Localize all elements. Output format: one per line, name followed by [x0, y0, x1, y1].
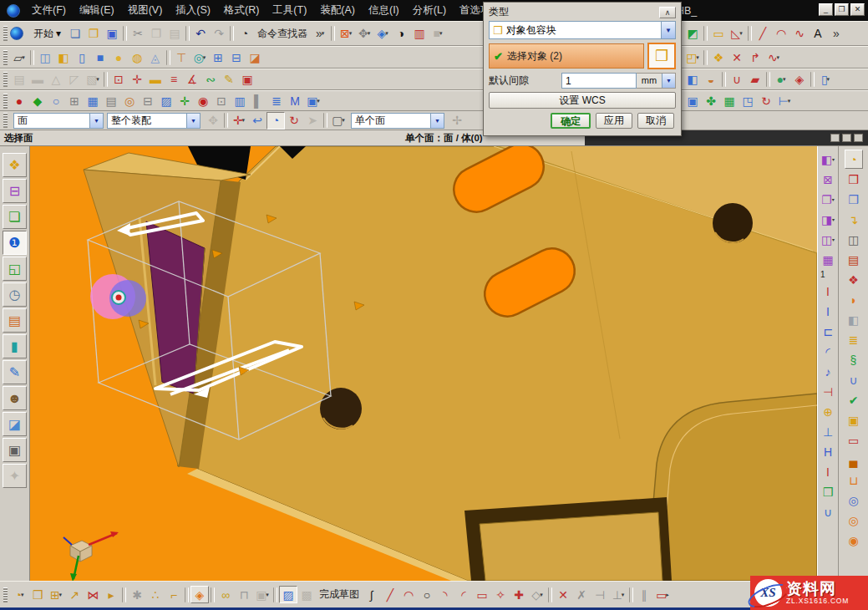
table-icon[interactable]: ▥	[231, 92, 249, 109]
menu-view[interactable]: 视图(V)	[121, 1, 170, 20]
angle-radius-icon[interactable]: ∡	[183, 71, 201, 89]
tab-extra[interactable]: ✦	[3, 464, 27, 488]
wrapped-box-icon[interactable]: ❒	[845, 190, 863, 209]
quick-trim-icon[interactable]: ✕	[554, 586, 572, 603]
drag-handle[interactable]	[3, 94, 8, 109]
isometric-view-icon[interactable]: ◈▾	[373, 25, 392, 43]
detail-filter-select[interactable]: 单个面 ▼	[351, 113, 444, 129]
dim-blue-icon[interactable]: I	[819, 302, 837, 321]
snap-gear-icon[interactable]: ✥	[204, 112, 222, 130]
sheet-red-icon[interactable]: ◈	[790, 71, 809, 89]
dropdown-arrow-icon[interactable]: ▼	[661, 22, 675, 38]
menu-information[interactable]: 信息(I)	[362, 1, 406, 20]
clamp-icon[interactable]: ⊣	[819, 382, 837, 401]
close-window-icon[interactable]: ⊠▾	[337, 25, 355, 43]
unite-icon[interactable]: ⊞	[209, 48, 227, 66]
profile-icon[interactable]: ∫	[363, 586, 381, 603]
box-dot-icon[interactable]: ⊡	[212, 92, 231, 109]
type-filter-select[interactable]: 面 ▼	[13, 113, 104, 129]
link-dim-icon[interactable]: ⊢▾	[775, 92, 794, 109]
sheet-metal-icon[interactable]: ◰▾	[683, 48, 702, 66]
tab-visualization[interactable]: ✎	[3, 360, 27, 384]
note-icon[interactable]: ♪	[819, 362, 837, 381]
orange-sheet-icon[interactable]: ◗	[845, 290, 863, 309]
save-icon[interactable]: ▣	[103, 25, 121, 43]
grid-icon[interactable]: ⊞	[65, 92, 84, 109]
apply-button[interactable]: 应用	[596, 113, 632, 129]
plane-grid-icon[interactable]: ▦	[84, 92, 102, 109]
constraints-icon[interactable]: ⊥▾	[609, 586, 627, 603]
coins-icon[interactable]: ≣	[845, 330, 863, 349]
finish-box-icon[interactable]: ▭▸	[653, 586, 672, 603]
add-component-icon[interactable]: ⊞▾	[47, 586, 65, 603]
ruled-surface-icon[interactable]: ∪	[728, 71, 746, 89]
cylinder-orange-icon[interactable]: ◎	[845, 511, 863, 530]
triangle-gray-icon[interactable]: △	[47, 71, 65, 89]
mirror-assembly-icon[interactable]: ⋈	[84, 586, 102, 603]
lock-icon[interactable]: ⊓	[235, 586, 253, 603]
point-icon[interactable]: ●	[10, 92, 28, 109]
gift-box-icon[interactable]: ❒	[819, 482, 837, 501]
key-feature-icon[interactable]: ❖	[709, 48, 728, 66]
gap-unit-select[interactable]: mm ▼	[637, 73, 676, 89]
drag-handle[interactable]	[3, 26, 8, 41]
u-tray-icon[interactable]: ⊔	[845, 470, 863, 490]
dim-green-icon[interactable]: ∾	[201, 71, 220, 89]
yellow-box-icon[interactable]: ▣	[845, 410, 863, 430]
hatch-icon[interactable]: ▨	[157, 92, 175, 109]
menu-assemblies[interactable]: 装配(A)	[313, 1, 362, 20]
dock-square-icon[interactable]	[842, 134, 851, 142]
ok-button[interactable]: 确定	[551, 113, 591, 129]
offset-region-icon[interactable]: ◨▾	[819, 210, 837, 229]
pattern-face-icon[interactable]: ▦	[819, 250, 837, 269]
dropdown-arrow-icon[interactable]: ▼	[430, 114, 444, 128]
trim-curve-icon[interactable]: ✕	[728, 48, 746, 66]
scope-select[interactable]: 整个装配 ▼	[107, 113, 201, 129]
type-select[interactable]: ❒ 对象包容块 ▼	[489, 21, 676, 39]
dash-box-icon[interactable]: ▭	[845, 430, 863, 450]
offset-curve-icon[interactable]: ◇▾	[528, 586, 546, 603]
smooth-spline-icon[interactable]: ∿▾	[764, 48, 783, 66]
resize-face-icon[interactable]: ◫▾	[819, 230, 837, 249]
inset-floor[interactable]	[480, 512, 662, 581]
collapse-section-button[interactable]: ∧	[659, 7, 676, 18]
ring-icon[interactable]: ◎	[120, 92, 139, 109]
command-finder-icon[interactable]: ◔	[236, 25, 254, 43]
move-component-icon[interactable]: ↗	[65, 586, 84, 603]
chain-link-icon[interactable]: ∞	[216, 586, 235, 603]
fillet-icon[interactable]: ◝	[436, 586, 454, 603]
thicken-icon[interactable]: ▯▾	[816, 71, 835, 89]
menu-file[interactable]: 文件(F)	[25, 1, 73, 20]
arrow-gray-icon[interactable]: ➤	[303, 112, 322, 130]
select-objects-row[interactable]: ✔ 选择对象 (2)	[489, 43, 644, 69]
cell-icon[interactable]: ▣▾	[304, 92, 322, 109]
add-snap-icon[interactable]: ✛▾	[230, 112, 248, 130]
find-component-icon[interactable]: ◔▾	[10, 586, 28, 603]
gap-value-input[interactable]: 1	[561, 73, 637, 89]
section-view-icon[interactable]: ▥	[410, 25, 429, 43]
subtract-icon[interactable]: ⊟	[227, 48, 246, 66]
pillar-icon[interactable]: ⊥	[819, 422, 837, 441]
minimize-button[interactable]: _	[819, 3, 833, 16]
dock-square-icon[interactable]	[830, 134, 840, 142]
ball-joint-icon[interactable]: ◉	[845, 531, 863, 550]
block-icon[interactable]: ■	[91, 48, 109, 66]
minus-grid-icon[interactable]: ⊟	[139, 92, 157, 109]
cancel-button[interactable]: 取消	[637, 113, 674, 129]
start-button[interactable]: 开始 ▾	[28, 25, 66, 43]
joint-icon[interactable]: ⌐	[165, 586, 183, 603]
torus-icon[interactable]: ◍	[128, 48, 146, 66]
tab-history-page[interactable]: ◱	[3, 257, 27, 281]
copy-icon[interactable]: ❐	[147, 25, 165, 43]
marquee-select-icon[interactable]: ▢▾	[329, 112, 348, 130]
transition-surface-icon[interactable]: ◒	[702, 71, 720, 89]
key-plant-icon[interactable]: §	[845, 350, 863, 369]
m-sheet-icon[interactable]: ∪	[845, 370, 863, 389]
menu-insert[interactable]: 插入(S)	[169, 1, 217, 20]
rotate-snap-icon[interactable]: ↻	[285, 112, 303, 130]
revolve-icon[interactable]: ◬	[146, 48, 165, 66]
sequence-icon[interactable]: ▸	[102, 586, 120, 603]
point-plus-icon[interactable]: ✚	[510, 586, 528, 603]
set-wcs-button[interactable]: 设置 WCS	[489, 92, 676, 109]
finish-sketch-label[interactable]: 完成草图	[319, 587, 359, 602]
